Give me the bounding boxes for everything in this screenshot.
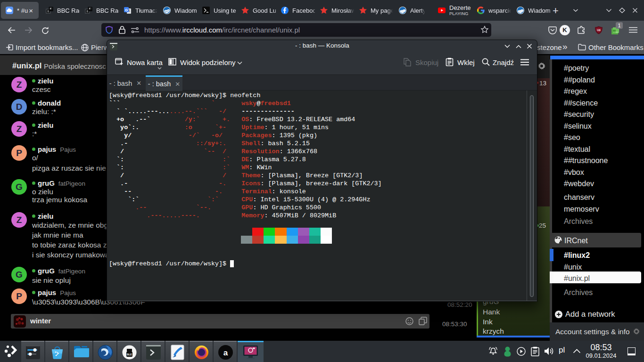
svg-text:U0: U0	[597, 29, 601, 32]
svg-text:a: a	[223, 348, 228, 357]
svg-text:BLE: BLE	[127, 353, 132, 356]
svg-text:G: G	[125, 8, 128, 12]
